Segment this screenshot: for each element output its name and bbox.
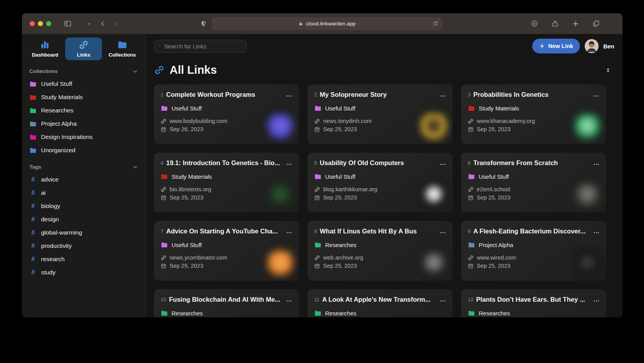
more-options-button[interactable] bbox=[286, 161, 293, 168]
main-panel: New Link Ben All Links 1Complete Workout… bbox=[146, 34, 623, 317]
link-icon bbox=[314, 118, 320, 124]
link-card[interactable]: 12Plants Don’t Have Ears. But They ...Re… bbox=[461, 289, 606, 317]
collection-name: Useful Stuff bbox=[172, 242, 202, 248]
more-options-button[interactable] bbox=[286, 229, 293, 236]
link-index: 4 bbox=[161, 160, 163, 166]
new-tab-button[interactable] bbox=[572, 20, 579, 27]
link-card[interactable]: 419.1: Introduction To Genetics - Bio...… bbox=[154, 153, 299, 212]
more-options-button[interactable] bbox=[593, 297, 600, 304]
sidebar-collection-item[interactable]: Unorganized bbox=[27, 144, 141, 157]
collection-name: Researches bbox=[325, 242, 356, 248]
sidebar-collection-item[interactable]: Design Inspirations bbox=[27, 130, 141, 144]
link-collection-badge[interactable]: Project Alpha bbox=[468, 241, 600, 249]
more-options-button[interactable] bbox=[286, 297, 293, 304]
reload-button[interactable] bbox=[433, 21, 438, 27]
folder-icon bbox=[161, 310, 168, 317]
bar-chart-icon bbox=[40, 40, 50, 50]
tab-overview-button[interactable] bbox=[592, 20, 600, 27]
link-collection-badge[interactable]: Study Materials bbox=[468, 105, 600, 112]
link-card[interactable]: 1Complete Workout ProgramsUseful Stuffww… bbox=[154, 84, 299, 144]
sidebar-collection-item[interactable]: Study Materials bbox=[27, 91, 141, 104]
main-header: New Link Ben bbox=[154, 39, 614, 53]
link-collection-badge[interactable]: Useful Stuff bbox=[468, 173, 600, 180]
new-link-button[interactable]: New Link bbox=[532, 39, 580, 53]
link-collection-badge[interactable]: Useful Stuff bbox=[314, 173, 446, 180]
sidebar-collection-item[interactable]: Researches bbox=[27, 104, 141, 117]
link-card[interactable]: 2My Solopreneur StoryUseful Stuffnews.to… bbox=[308, 84, 453, 144]
link-card[interactable]: 10Fusing Blockchain And AI With Me...Res… bbox=[154, 289, 299, 317]
sidebar-collection-item[interactable]: Project Alpha bbox=[27, 117, 141, 130]
sidebar-tag-item[interactable]: #ai bbox=[27, 186, 141, 199]
folder-icon bbox=[161, 241, 168, 249]
search-box[interactable] bbox=[154, 40, 247, 53]
more-options-button[interactable] bbox=[439, 161, 446, 168]
link-card[interactable]: 11A Look At Apple’s New Transform...Rese… bbox=[308, 289, 453, 317]
link-collection-badge[interactable]: Researches bbox=[314, 310, 446, 317]
link-card[interactable]: 5Usability Of Old ComputersUseful Stuffb… bbox=[308, 153, 453, 212]
tab-links[interactable]: Links bbox=[65, 37, 102, 60]
sort-button[interactable] bbox=[605, 67, 611, 73]
close-button[interactable] bbox=[30, 21, 35, 26]
sidebar-tag-item[interactable]: #design bbox=[27, 213, 141, 226]
link-collection-badge[interactable]: Study Materials bbox=[161, 173, 293, 180]
card-header: 12Plants Don’t Have Ears. But They ... bbox=[468, 296, 600, 304]
page-title-row: All Links bbox=[154, 64, 614, 77]
more-options-button[interactable] bbox=[439, 297, 446, 304]
collection-name: Researches bbox=[479, 310, 510, 317]
tab-dashboard[interactable]: Dashboard bbox=[27, 37, 64, 60]
more-options-button[interactable] bbox=[439, 93, 446, 100]
hash-icon: # bbox=[29, 229, 37, 236]
sidebar-chevron-down-icon[interactable] bbox=[87, 22, 91, 26]
collection-name: Useful Stuff bbox=[172, 105, 202, 112]
link-card[interactable]: 3Probabilities In GeneticsStudy Material… bbox=[461, 84, 606, 144]
back-button[interactable] bbox=[100, 21, 106, 27]
link-collection-badge[interactable]: Researches bbox=[314, 241, 446, 249]
sidebar-tag-item[interactable]: #productivity bbox=[27, 239, 141, 253]
share-button[interactable] bbox=[551, 20, 559, 27]
privacy-shield-icon[interactable] bbox=[200, 20, 207, 27]
link-collection-badge[interactable]: Researches bbox=[161, 310, 293, 317]
sidebar-tag-item[interactable]: #study bbox=[27, 266, 141, 279]
minimize-button[interactable] bbox=[38, 21, 43, 26]
app-content: DashboardLinksCollections Collections Us… bbox=[22, 34, 623, 317]
more-options-button[interactable] bbox=[593, 161, 600, 168]
tags-collapse-chevron-icon[interactable] bbox=[132, 164, 138, 170]
link-card[interactable]: 9A Flesh-Eating Bacterium Discover...Pro… bbox=[461, 221, 606, 281]
downloads-button[interactable] bbox=[531, 20, 538, 27]
sidebar-tag-item[interactable]: #biology bbox=[27, 199, 141, 213]
sidebar-collection-item[interactable]: Useful Stuff bbox=[27, 77, 141, 91]
sidebar-tag-item[interactable]: #research bbox=[27, 253, 141, 266]
link-collection-badge[interactable]: Useful Stuff bbox=[161, 105, 293, 112]
folder-icon bbox=[468, 173, 475, 180]
tab-collections[interactable]: Collections bbox=[104, 37, 141, 60]
link-collection-badge[interactable]: Useful Stuff bbox=[161, 241, 293, 249]
link-card[interactable]: 6Transformers From ScratchUseful Stuffe2… bbox=[461, 153, 606, 212]
link-card[interactable]: 8What If Linus Gets Hit By A BusResearch… bbox=[308, 221, 453, 281]
sidebar-tag-item[interactable]: #advice bbox=[27, 173, 141, 186]
more-options-button[interactable] bbox=[593, 229, 600, 236]
zoom-button[interactable] bbox=[46, 21, 51, 26]
link-icon bbox=[314, 187, 320, 192]
link-card[interactable]: 7Advice On Starting A YouTube Cha...Usef… bbox=[154, 221, 299, 281]
search-icon bbox=[159, 43, 161, 50]
link-collection-badge[interactable]: Useful Stuff bbox=[314, 105, 446, 112]
sidebar: DashboardLinksCollections Collections Us… bbox=[22, 34, 146, 317]
sidebar-tag-item[interactable]: #global-warming bbox=[27, 226, 141, 239]
more-options-button[interactable] bbox=[439, 229, 446, 236]
forward-button[interactable] bbox=[113, 21, 119, 27]
more-options-button[interactable] bbox=[286, 93, 293, 100]
link-index: 12 bbox=[468, 297, 473, 302]
collection-name: Study Materials bbox=[41, 94, 83, 101]
address-bar[interactable]: cloud.linkwarden.app bbox=[212, 17, 442, 30]
link-icon bbox=[468, 255, 474, 261]
link-index: 7 bbox=[161, 228, 163, 234]
collections-collapse-chevron-icon[interactable] bbox=[132, 69, 138, 74]
card-header: 3Probabilities In Genetics bbox=[468, 91, 600, 100]
sidebar-toggle-button[interactable] bbox=[64, 20, 72, 28]
search-input[interactable] bbox=[164, 43, 242, 50]
more-options-button[interactable] bbox=[593, 93, 600, 100]
card-header: 5Usability Of Old Computers bbox=[314, 159, 446, 168]
calendar-icon bbox=[314, 126, 320, 132]
link-collection-badge[interactable]: Researches bbox=[468, 310, 600, 317]
avatar[interactable] bbox=[585, 39, 599, 53]
